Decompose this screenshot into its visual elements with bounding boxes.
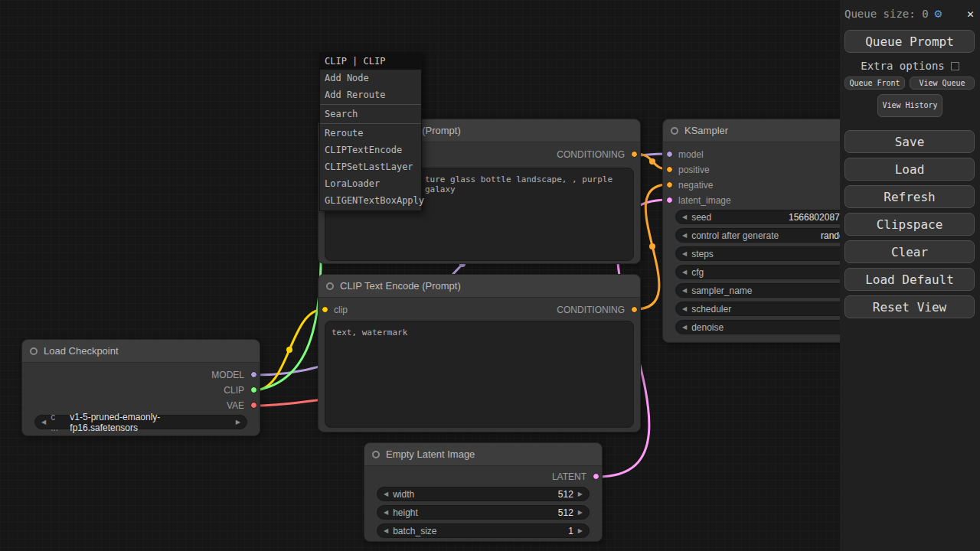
context-menu-title: CLIP | CLIP xyxy=(320,53,421,70)
ckpt-name-combo-widget[interactable]: ◀ c ... v1-5-pruned-emaonly-fp16.safeten… xyxy=(34,415,247,429)
prev-value-icon[interactable]: ◀ xyxy=(384,528,388,534)
widget-value: 1 xyxy=(568,526,573,536)
input-slot-latent-image[interactable]: latent_image xyxy=(663,194,731,207)
positive-input-dot[interactable] xyxy=(666,166,673,173)
input-slot-model[interactable]: model xyxy=(663,148,704,161)
conditioning-slot-dot[interactable] xyxy=(631,306,638,313)
reset-view-button[interactable]: Reset View xyxy=(844,295,975,318)
next-value-icon[interactable]: ▶ xyxy=(236,419,240,425)
settings-gear-icon[interactable]: ⚙ xyxy=(935,6,942,21)
load-default-button[interactable]: Load Default xyxy=(844,268,975,291)
clip-input-dot[interactable] xyxy=(322,306,328,313)
menu-item-add-reroute[interactable]: Add Reroute xyxy=(320,86,421,103)
node-title: Load Checkpoint xyxy=(44,345,119,357)
prev-value-icon[interactable]: ◀ xyxy=(682,324,687,331)
prev-value-icon[interactable]: ◀ xyxy=(682,269,687,276)
prev-value-icon[interactable]: ◀ xyxy=(384,510,388,516)
prev-value-icon[interactable]: ◀ xyxy=(384,491,388,497)
latent-input-dot[interactable] xyxy=(666,197,673,204)
output-slot-conditioning[interactable]: CONDITIONING xyxy=(557,148,640,161)
slot-label: MODEL xyxy=(211,370,244,380)
widget-label: seed xyxy=(691,212,711,223)
slot-label: CLIP xyxy=(224,385,244,396)
node-title-bar[interactable]: Empty Latent Image xyxy=(364,443,602,466)
widget-label: c ... xyxy=(51,412,65,433)
clip-slot-dot[interactable] xyxy=(250,386,257,393)
scheduler-widget[interactable]: ◀ scheduler xyxy=(675,302,864,316)
queue-front-button[interactable]: Queue Front xyxy=(844,77,905,90)
clear-button[interactable]: Clear xyxy=(844,240,975,263)
menu-item-cliptextencode[interactable]: CLIPTextEncode xyxy=(320,142,421,158)
input-slot-negative[interactable]: negative xyxy=(663,179,713,191)
prev-value-icon[interactable]: ◀ xyxy=(682,214,687,220)
negative-input-dot[interactable] xyxy=(666,181,673,188)
node-collapse-dot[interactable] xyxy=(671,127,678,135)
prev-value-icon[interactable]: ◀ xyxy=(682,233,687,239)
queue-prompt-button[interactable]: Queue Prompt xyxy=(844,30,975,53)
output-slot-clip[interactable]: CLIP xyxy=(224,384,260,396)
output-slot-model[interactable]: MODEL xyxy=(211,369,260,381)
output-slot-latent[interactable]: LATENT xyxy=(552,471,602,483)
menu-item-add-node[interactable]: Add Node xyxy=(320,70,421,86)
menu-item-loraloader[interactable]: LoraLoader xyxy=(320,175,421,192)
view-queue-button[interactable]: View Queue xyxy=(910,77,975,90)
node-collapse-dot[interactable] xyxy=(30,347,38,355)
menu-item-gligentextboxapply[interactable]: GLIGENTextBoxApply xyxy=(320,192,421,209)
input-slot-positive[interactable]: positive xyxy=(663,164,710,176)
latent-slot-dot[interactable] xyxy=(593,473,599,480)
sampler-name-widget[interactable]: ◀ sampler_name xyxy=(675,283,864,298)
node-clip-text-encode-negative[interactable]: CLIP Text Encode (Prompt) clip CONDITION… xyxy=(318,274,641,432)
next-value-icon[interactable]: ▶ xyxy=(578,528,583,534)
next-value-icon[interactable]: ▶ xyxy=(578,491,583,497)
view-history-button[interactable]: View History xyxy=(877,94,942,117)
menu-item-reroute[interactable]: Reroute xyxy=(320,125,421,142)
slot-label: model xyxy=(678,149,704,160)
clipspace-button[interactable]: Clipspace xyxy=(844,213,975,236)
next-value-icon[interactable]: ▶ xyxy=(578,510,583,516)
node-collapse-dot[interactable] xyxy=(372,451,380,458)
vae-slot-dot[interactable] xyxy=(250,402,257,409)
widget-label: denoise xyxy=(691,322,724,333)
node-graph-canvas[interactable]: Load Checkpoint MODEL CLIP VAE ◀ c ... v… xyxy=(0,0,980,551)
prev-value-icon[interactable]: ◀ xyxy=(682,288,687,294)
model-input-dot[interactable] xyxy=(666,151,673,158)
width-widget[interactable]: ◀ width 512 ▶ xyxy=(377,487,590,501)
link-dot-negative xyxy=(649,243,655,249)
extra-options-checkbox[interactable] xyxy=(951,62,959,70)
prev-value-icon[interactable]: ◀ xyxy=(682,251,687,257)
node-title: KSampler xyxy=(684,125,728,136)
prev-value-icon[interactable]: ◀ xyxy=(682,306,687,312)
cfg-widget[interactable]: ◀ cfg xyxy=(675,265,864,279)
height-widget[interactable]: ◀ height 512 ▶ xyxy=(377,505,590,520)
load-button[interactable]: Load xyxy=(844,158,975,181)
comfy-menu-panel: Queue size: 0 ⚙ ✕ Queue Prompt Extra opt… xyxy=(840,0,980,551)
node-title-bar[interactable]: Load Checkpoint xyxy=(22,340,260,363)
refresh-button[interactable]: Refresh xyxy=(844,185,975,208)
node-empty-latent-image[interactable]: Empty Latent Image LATENT ◀ width 512 ▶ … xyxy=(364,442,603,542)
steps-widget[interactable]: ◀ steps xyxy=(675,246,864,261)
batch-size-widget[interactable]: ◀ batch_size 1 ▶ xyxy=(377,523,590,538)
widget-label: steps xyxy=(691,249,714,259)
menu-item-search[interactable]: Search xyxy=(320,106,421,122)
node-title-bar[interactable]: CLIP Text Encode (Prompt) xyxy=(318,275,640,298)
conditioning-slot-dot[interactable] xyxy=(631,151,638,158)
seed-widget[interactable]: ◀ seed 1566802087 xyxy=(675,210,864,224)
slot-label: CONDITIONING xyxy=(557,149,625,160)
widget-label: cfg xyxy=(691,267,704,278)
widget-label: control after generate xyxy=(691,230,779,241)
model-slot-dot[interactable] xyxy=(250,371,257,378)
slot-context-menu: CLIP | CLIP Add Node Add Reroute Search … xyxy=(319,52,422,211)
output-slot-conditioning[interactable]: CONDITIONING xyxy=(557,304,640,316)
denoise-widget[interactable]: ◀ denoise xyxy=(675,320,864,334)
output-slot-vae[interactable]: VAE xyxy=(227,399,260,412)
control-after-generate-widget[interactable]: ◀ control after generate randomize xyxy=(675,228,864,243)
prompt-text-area[interactable]: text, watermark xyxy=(325,321,634,428)
input-slot-clip[interactable]: clip xyxy=(318,304,348,316)
prev-value-icon[interactable]: ◀ xyxy=(41,419,46,425)
save-button[interactable]: Save xyxy=(844,130,975,153)
menu-item-clipsetlastlayer[interactable]: CLIPSetLastLayer xyxy=(320,158,421,175)
node-load-checkpoint[interactable]: Load Checkpoint MODEL CLIP VAE ◀ c ... v… xyxy=(21,339,260,436)
slot-label: clip xyxy=(334,305,348,315)
close-icon[interactable]: ✕ xyxy=(967,7,974,21)
node-collapse-dot[interactable] xyxy=(326,282,334,290)
